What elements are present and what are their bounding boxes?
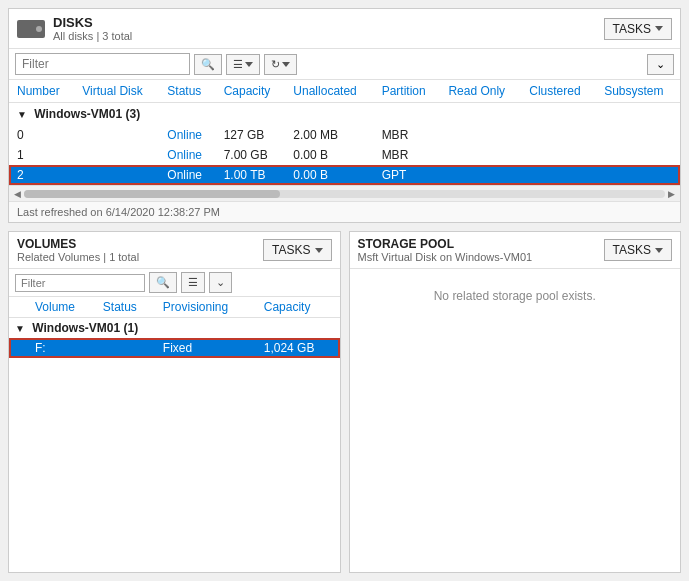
scroll-left-icon[interactable]: ◀ <box>11 189 24 199</box>
disks-collapse-button[interactable]: ⌄ <box>647 54 674 75</box>
row2-number: 2 <box>9 165 74 185</box>
row2-virtual-disk <box>74 165 159 185</box>
volumes-tasks-chevron-icon <box>315 248 323 253</box>
collapse-icon: ⌄ <box>656 58 665 70</box>
disks-subtitle: All disks | 3 total <box>53 30 132 42</box>
disks-table: Number Virtual Disk Status Capacity Unal… <box>9 80 680 185</box>
col-vol-capacity: Capacity <box>258 297 340 318</box>
disks-header: DISKS All disks | 3 total TASKS <box>9 9 680 49</box>
vol-warn-cell <box>9 338 29 358</box>
storage-pool-tasks-chevron-icon <box>655 248 663 253</box>
volumes-table-row[interactable]: F: Fixed 1,024 GB <box>9 338 340 358</box>
storage-pool-title: STORAGE POOL <box>358 237 533 251</box>
scrollbar-track[interactable] <box>24 190 665 198</box>
disks-header-left: DISKS All disks | 3 total <box>17 15 132 42</box>
volumes-header: VOLUMES Related Volumes | 1 total TASKS <box>9 232 340 269</box>
row1-virtual-disk <box>74 145 159 165</box>
storage-pool-no-data: No related storage pool exists. <box>350 269 681 323</box>
row1-number: 1 <box>9 145 74 165</box>
volumes-filter-input[interactable] <box>15 274 145 292</box>
disks-filter-input[interactable] <box>15 53 190 75</box>
disks-tasks-button[interactable]: TASKS <box>604 18 672 40</box>
columns-chevron-icon <box>245 62 253 67</box>
tasks-chevron-icon <box>655 26 663 31</box>
disks-panel: DISKS All disks | 3 total TASKS 🔍 ☰ ↻ <box>8 8 681 223</box>
col-partition: Partition <box>374 80 441 103</box>
vol-group-expand-icon: ▼ <box>15 323 25 334</box>
refresh-chevron-icon <box>282 62 290 67</box>
disks-toolbar: 🔍 ☰ ↻ ⌄ <box>9 49 680 80</box>
col-vol-warn <box>9 297 29 318</box>
row1-readonly <box>440 145 521 165</box>
group-expand-icon: ▼ <box>17 109 27 120</box>
vol-collapse-icon: ⌄ <box>216 276 225 289</box>
table-row[interactable]: 1 Online 7.00 GB 0.00 B MBR <box>9 145 680 165</box>
storage-pool-subtitle: Msft Virtual Disk on Windows-VM01 <box>358 251 533 263</box>
storage-pool-tasks-button[interactable]: TASKS <box>604 239 672 261</box>
col-subsystem: Subsystem <box>596 80 680 103</box>
row2-status: Online <box>159 165 215 185</box>
row2-clustered <box>521 165 596 185</box>
col-vol-status: Status <box>97 297 157 318</box>
col-capacity: Capacity <box>216 80 286 103</box>
volumes-title: VOLUMES <box>17 237 139 251</box>
vol-columns-icon: ☰ <box>188 276 198 289</box>
vol-status <box>97 338 157 358</box>
volumes-subtitle: Related Volumes | 1 total <box>17 251 139 263</box>
volumes-columns-button[interactable]: ☰ <box>181 272 205 293</box>
storage-pool-header: STORAGE POOL Msft Virtual Disk on Window… <box>350 232 681 269</box>
row1-partition: MBR <box>374 145 441 165</box>
volumes-table-container: Volume Status Provisioning Capacity ▼ Wi… <box>9 297 340 358</box>
row2-readonly <box>440 165 521 185</box>
volumes-table: Volume Status Provisioning Capacity ▼ Wi… <box>9 297 340 358</box>
disk-icon <box>17 20 45 38</box>
row1-status: Online <box>159 145 215 165</box>
bottom-panels: VOLUMES Related Volumes | 1 total TASKS … <box>8 231 681 573</box>
row0-capacity: 127 GB <box>216 125 286 145</box>
row2-subsystem <box>596 165 680 185</box>
vol-provisioning: Fixed <box>157 338 258 358</box>
col-vol-volume: Volume <box>29 297 97 318</box>
disks-refresh-button[interactable]: ↻ <box>264 54 297 75</box>
table-row[interactable]: 2 Online 1.00 TB 0.00 B GPT <box>9 165 680 185</box>
volumes-header-row: Volume Status Provisioning Capacity <box>9 297 340 318</box>
row0-status: Online <box>159 125 215 145</box>
scrollbar-thumb[interactable] <box>24 190 280 198</box>
volumes-search-button[interactable]: 🔍 <box>149 272 177 293</box>
disks-scrollbar[interactable]: ◀ ▶ <box>9 185 680 201</box>
row1-unallocated: 0.00 B <box>285 145 373 165</box>
volumes-titles: VOLUMES Related Volumes | 1 total <box>17 237 139 263</box>
table-row[interactable]: 0 Online 127 GB 2.00 MB MBR <box>9 125 680 145</box>
col-read-only: Read Only <box>440 80 521 103</box>
row0-virtual-disk <box>74 125 159 145</box>
vol-search-icon: 🔍 <box>156 276 170 289</box>
search-icon: 🔍 <box>201 58 215 71</box>
row1-subsystem <box>596 145 680 165</box>
col-virtual-disk: Virtual Disk <box>74 80 159 103</box>
disks-refresh-info: Last refreshed on 6/14/2020 12:38:27 PM <box>9 201 680 222</box>
disks-group-row[interactable]: ▼ Windows-VM01 (3) <box>9 103 680 126</box>
volumes-group-row[interactable]: ▼ Windows-VM01 (1) <box>9 318 340 339</box>
row0-partition: MBR <box>374 125 441 145</box>
disks-columns-button[interactable]: ☰ <box>226 54 260 75</box>
row0-unallocated: 2.00 MB <box>285 125 373 145</box>
col-status: Status <box>159 80 215 103</box>
volumes-toolbar: 🔍 ☰ ⌄ <box>9 269 340 297</box>
disks-search-button[interactable]: 🔍 <box>194 54 222 75</box>
row2-partition: GPT <box>374 165 441 185</box>
col-unallocated: Unallocated <box>285 80 373 103</box>
row2-capacity: 1.00 TB <box>216 165 286 185</box>
disks-table-container: Number Virtual Disk Status Capacity Unal… <box>9 80 680 185</box>
row1-capacity: 7.00 GB <box>216 145 286 165</box>
volumes-collapse-button[interactable]: ⌄ <box>209 272 232 293</box>
row0-subsystem <box>596 125 680 145</box>
vol-volume-name: F: <box>29 338 97 358</box>
col-vol-provisioning: Provisioning <box>157 297 258 318</box>
scroll-right-icon[interactable]: ▶ <box>665 189 678 199</box>
disks-title: DISKS <box>53 15 132 30</box>
col-clustered: Clustered <box>521 80 596 103</box>
volumes-tasks-button[interactable]: TASKS <box>263 239 331 261</box>
row1-clustered <box>521 145 596 165</box>
row0-clustered <box>521 125 596 145</box>
refresh-icon: ↻ <box>271 58 280 71</box>
